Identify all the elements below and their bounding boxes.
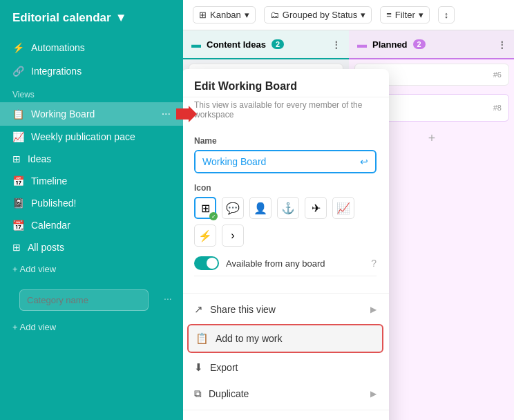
share-icon: ↗ bbox=[194, 303, 203, 316]
name-input[interactable] bbox=[196, 151, 353, 172]
modal-body: Name ↩ Icon ⊞ ✓ 💬 👤 bbox=[183, 128, 389, 290]
add-view-button-top[interactable]: + Add view bbox=[0, 258, 183, 280]
calendar-icon: 📆 bbox=[12, 220, 24, 231]
icon-option-grid[interactable]: ⊞ ✓ bbox=[194, 197, 216, 219]
share-arrow-icon: ▶ bbox=[370, 305, 377, 314]
available-from-board-toggle[interactable] bbox=[194, 256, 219, 270]
export-item[interactable]: ⬇ Export bbox=[183, 354, 389, 381]
icon-option-more[interactable]: › bbox=[222, 225, 244, 247]
input-confirm-icon[interactable]: ↩ bbox=[353, 151, 375, 172]
sidebar-item-calendar[interactable]: 📆 Calendar bbox=[0, 214, 183, 236]
sidebar-item-integrations[interactable]: 🔗 Integrations bbox=[0, 59, 183, 83]
icon-option-chart[interactable]: 📈 bbox=[332, 197, 354, 219]
selected-check: ✓ bbox=[209, 212, 218, 220]
sidebar-item-ideas[interactable]: ⊞ Ideas bbox=[0, 148, 183, 170]
app-title-chevron: ▼ bbox=[115, 11, 127, 25]
category-dots[interactable]: ··· bbox=[164, 293, 172, 304]
divider-2 bbox=[183, 410, 389, 410]
app-title-text: Editorial calendar bbox=[12, 11, 111, 25]
duplicate-arrow-icon: ▶ bbox=[370, 389, 377, 399]
chat-icon-symbol: 💬 bbox=[226, 202, 240, 215]
kanban-board-icon: 📋 bbox=[12, 108, 24, 120]
duplicate-icon: ⧉ bbox=[194, 388, 202, 400]
edit-working-board-modal: Edit Working Board This view is availabl… bbox=[183, 69, 389, 420]
modal-overlay[interactable]: Edit Working Board This view is availabl… bbox=[183, 0, 514, 420]
category-name-input[interactable] bbox=[19, 289, 149, 311]
duplicate-item[interactable]: ⧉ Duplicate ▶ bbox=[183, 381, 389, 407]
add-work-icon: 📋 bbox=[196, 332, 209, 345]
app-title[interactable]: Editorial calendar ▼ bbox=[0, 0, 183, 36]
sidebar-item-automations[interactable]: ⚡ Automations bbox=[0, 36, 183, 59]
main-content: ⊞ Kanban ▾ 🗂 Grouped by Status ▾ ≡ Filte… bbox=[183, 0, 514, 420]
working-board-dots[interactable]: ··· bbox=[162, 108, 171, 120]
toggle-row: Available from any board ? bbox=[194, 256, 377, 276]
add-to-my-work-item[interactable]: 📋 Add to my work bbox=[187, 324, 383, 353]
grid-icon-symbol: ⊞ bbox=[201, 202, 210, 215]
help-icon[interactable]: ? bbox=[371, 258, 377, 269]
delete-item[interactable]: 🗑 Delete bbox=[183, 413, 389, 420]
icon-label: Icon bbox=[194, 183, 377, 193]
icon-option-anchor[interactable]: ⚓ bbox=[277, 197, 299, 219]
modal-subtitle: This view is available for every member … bbox=[183, 100, 389, 128]
sidebar-item-all-posts[interactable]: ⊞ All posts bbox=[0, 236, 183, 258]
sidebar-item-weekly-publication-pace[interactable]: 📈 Weekly publication pace bbox=[0, 126, 183, 148]
svg-marker-0 bbox=[176, 106, 197, 122]
plane-icon-symbol: ✈ bbox=[312, 202, 321, 215]
bolt-icon-symbol: ⚡ bbox=[198, 229, 212, 242]
icon-picker: ⊞ ✓ 💬 👤 ⚓ ✈ 📈 bbox=[194, 197, 377, 247]
add-view-button-bottom[interactable]: + Add view bbox=[0, 316, 183, 338]
red-arrow-indicator bbox=[176, 104, 198, 124]
more-icon-symbol: › bbox=[231, 229, 234, 242]
modal-title: Edit Working Board bbox=[183, 69, 389, 97]
icon-option-person[interactable]: 👤 bbox=[249, 197, 272, 219]
integrations-icon: 🔗 bbox=[12, 66, 24, 77]
share-view-item[interactable]: ↗ Share this view ▶ bbox=[183, 296, 389, 323]
sidebar-item-published[interactable]: 📓 Published! bbox=[0, 192, 183, 214]
toggle-label: Available from any board bbox=[226, 258, 364, 269]
divider-1 bbox=[183, 293, 389, 294]
sidebar-item-timeline[interactable]: 📅 Timeline bbox=[0, 170, 183, 192]
automations-icon: ⚡ bbox=[12, 42, 24, 53]
toggle-knob bbox=[207, 258, 218, 269]
timeline-icon: 📅 bbox=[12, 175, 24, 187]
name-input-row: ↩ bbox=[194, 150, 377, 173]
views-label: Views bbox=[0, 83, 183, 102]
all-posts-icon: ⊞ bbox=[12, 242, 21, 253]
export-icon: ⬇ bbox=[194, 361, 203, 374]
icon-option-plane[interactable]: ✈ bbox=[305, 197, 327, 219]
sidebar-item-working-board[interactable]: 📋 Working Board ··· bbox=[0, 102, 183, 126]
sidebar: Editorial calendar ▼ ⚡ Automations 🔗 Int… bbox=[0, 0, 183, 420]
published-icon: 📓 bbox=[12, 198, 24, 209]
anchor-icon-symbol: ⚓ bbox=[281, 202, 295, 215]
chart-icon-symbol: 📈 bbox=[336, 202, 350, 215]
icon-option-bolt[interactable]: ⚡ bbox=[194, 225, 216, 247]
chart-icon: 📈 bbox=[12, 131, 24, 142]
person-icon-symbol: 👤 bbox=[254, 202, 267, 215]
name-label: Name bbox=[194, 136, 377, 146]
category-row: ··· bbox=[0, 280, 183, 316]
icon-option-chat[interactable]: 💬 bbox=[222, 197, 244, 219]
grid-icon: ⊞ bbox=[12, 153, 21, 164]
